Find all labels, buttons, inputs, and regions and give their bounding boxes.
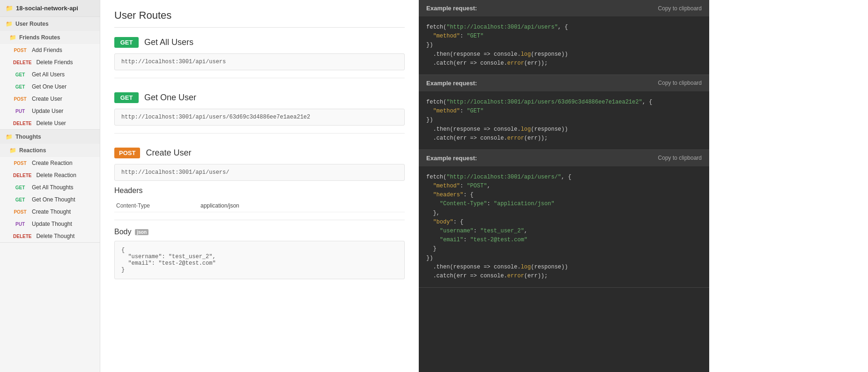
method-badge-post: POST xyxy=(11,96,29,102)
sidebar-section-thoughts: 📁 Thoughts 📁 Reactions POST Create React… xyxy=(0,130,100,243)
example-label: Example request: xyxy=(426,5,477,12)
item-label: Get One User xyxy=(32,83,67,90)
main-content: User Routes GET Get All Users http://loc… xyxy=(100,0,419,372)
example-header-1: Example request: Copy to clipboard xyxy=(419,0,709,16)
item-label: Get All Thoughts xyxy=(32,184,74,191)
item-label: Get All Users xyxy=(32,71,65,78)
sidebar-section-header-user-routes[interactable]: 📁 User Routes xyxy=(0,17,100,31)
example-block-3: Example request: Copy to clipboard fetch… xyxy=(419,150,709,288)
method-badge-put: PUT xyxy=(11,221,29,227)
folder-icon: 📁 xyxy=(9,34,16,41)
item-label: Add Friends xyxy=(32,47,62,53)
body-title: Body json xyxy=(114,228,405,236)
sidebar-item-update-user[interactable]: PUT Update User xyxy=(0,105,100,117)
right-panel: Example request: Copy to clipboard fetch… xyxy=(419,0,709,372)
endpoint-create-user: POST Create User http://localhost:3001/a… xyxy=(114,148,405,279)
method-badge-delete: DELETE xyxy=(11,120,33,126)
divider xyxy=(114,133,405,134)
method-badge-get: GET xyxy=(114,92,139,103)
body-code: { "username": "test_user_2", "email": "t… xyxy=(114,241,405,279)
sidebar-item-add-friends[interactable]: POST Add Friends xyxy=(0,44,100,56)
example-label: Example request: xyxy=(426,80,477,87)
example-block-2: Example request: Copy to clipboard fetch… xyxy=(419,75,709,150)
folder-icon: 📁 xyxy=(9,147,16,154)
endpoint-get-one-user: GET Get One User http://localhost:3001/a… xyxy=(114,92,405,134)
item-label: Create Reaction xyxy=(32,160,73,166)
page-title: User Routes xyxy=(114,9,405,28)
sidebar-item-delete-user[interactable]: DELETE Delete User xyxy=(0,117,100,129)
example-header-3: Example request: Copy to clipboard xyxy=(419,150,709,166)
item-label: Get One Thought xyxy=(32,196,75,203)
method-badge-post: POST xyxy=(11,47,29,53)
sidebar-item-delete-reaction[interactable]: DELETE Delete Reaction xyxy=(0,169,100,181)
sidebar-section-header-thoughts[interactable]: 📁 Thoughts xyxy=(0,130,100,144)
method-badge-get: GET xyxy=(11,84,29,90)
item-label: Delete Friends xyxy=(36,59,73,66)
endpoint-title: Get All Users xyxy=(144,37,193,47)
endpoint-url: http://localhost:3001/api/users xyxy=(114,53,405,70)
sidebar-item-delete-friends[interactable]: DELETE Delete Friends xyxy=(0,56,100,68)
sidebar-item-get-one-user[interactable]: GET Get One User xyxy=(0,81,100,93)
method-badge-get: GET xyxy=(11,197,29,203)
method-badge-post: POST xyxy=(11,209,29,215)
sidebar-item-get-one-thought[interactable]: GET Get One Thought xyxy=(0,193,100,206)
endpoint-get-all-users: GET Get All Users http://localhost:3001/… xyxy=(114,37,405,78)
example-block-1: Example request: Copy to clipboard fetch… xyxy=(419,0,709,75)
sidebar-item-update-thought[interactable]: PUT Update Thought xyxy=(0,218,100,230)
headers-table: Content-Type application/json xyxy=(114,200,405,212)
method-badge-delete: DELETE xyxy=(11,172,33,179)
endpoint-url: http://localhost:3001/api/users/ xyxy=(114,164,405,181)
headers-title: Headers xyxy=(114,186,405,195)
method-badge-post: POST xyxy=(11,160,29,166)
folder-icon: 📁 xyxy=(6,134,13,140)
endpoint-url: http://localhost:3001/api/users/63d69c3d… xyxy=(114,109,405,126)
endpoint-title: Get One User xyxy=(144,93,196,103)
endpoint-header: POST Create User xyxy=(114,148,405,158)
subsection-label: Friends Routes xyxy=(19,34,60,41)
example-code-1: fetch("http://localhost:3001/api/users",… xyxy=(419,16,709,74)
sidebar-item-delete-thought[interactable]: DELETE Delete Thought xyxy=(0,230,100,242)
sidebar-section-user-routes: 📁 User Routes 📁 Friends Routes POST Add … xyxy=(0,17,100,130)
item-label: Delete Reaction xyxy=(36,172,76,179)
method-badge-put: PUT xyxy=(11,108,29,114)
divider xyxy=(114,78,405,78)
header-key: Content-Type xyxy=(114,200,199,212)
folder-icon: 📁 xyxy=(6,21,13,27)
example-code-2: fetch("http://localhost:3001/api/users/6… xyxy=(419,91,709,149)
copy-to-clipboard-button[interactable]: Copy to clipboard xyxy=(658,80,702,86)
sidebar-item-create-reaction[interactable]: POST Create Reaction xyxy=(0,157,100,169)
sidebar-item-create-user[interactable]: POST Create User xyxy=(0,93,100,105)
endpoint-header: GET Get One User xyxy=(114,92,405,103)
copy-to-clipboard-button[interactable]: Copy to clipboard xyxy=(658,5,702,12)
divider xyxy=(114,220,405,220)
example-header-2: Example request: Copy to clipboard xyxy=(419,75,709,91)
app-icon: 📁 xyxy=(6,5,13,12)
sidebar-item-get-all-thoughts[interactable]: GET Get All Thoughts xyxy=(0,181,100,193)
item-label: Delete Thought xyxy=(36,233,74,239)
sidebar-subsection-friends-routes[interactable]: 📁 Friends Routes xyxy=(0,31,100,44)
app-header[interactable]: 📁 18-social-network-api xyxy=(0,0,100,17)
sidebar-item-get-all-users[interactable]: GET Get All Users xyxy=(0,68,100,81)
json-badge: json xyxy=(135,229,148,235)
example-code-3: fetch("http://localhost:3001/api/users/"… xyxy=(419,166,709,287)
method-badge-delete: DELETE xyxy=(11,60,33,66)
item-label: Create Thought xyxy=(32,208,71,215)
app-title: 18-social-network-api xyxy=(16,5,78,12)
header-value: application/json xyxy=(199,200,405,212)
example-label: Example request: xyxy=(426,155,477,162)
item-label: Update Thought xyxy=(32,221,72,227)
method-badge-get: GET xyxy=(11,72,29,78)
sidebar-subsection-reactions[interactable]: 📁 Reactions xyxy=(0,144,100,157)
sidebar-item-create-thought[interactable]: POST Create Thought xyxy=(0,206,100,218)
method-badge-delete: DELETE xyxy=(11,233,33,239)
section-label: User Routes xyxy=(15,21,49,27)
endpoint-title: Create User xyxy=(146,148,191,158)
method-badge-get: GET xyxy=(11,185,29,191)
item-label: Update User xyxy=(32,108,63,114)
copy-to-clipboard-button[interactable]: Copy to clipboard xyxy=(658,155,702,161)
item-label: Delete User xyxy=(36,120,66,126)
header-row: Content-Type application/json xyxy=(114,200,405,212)
section-label: Thoughts xyxy=(15,134,41,140)
method-badge-post: POST xyxy=(114,148,140,158)
subsection-label: Reactions xyxy=(19,147,46,154)
